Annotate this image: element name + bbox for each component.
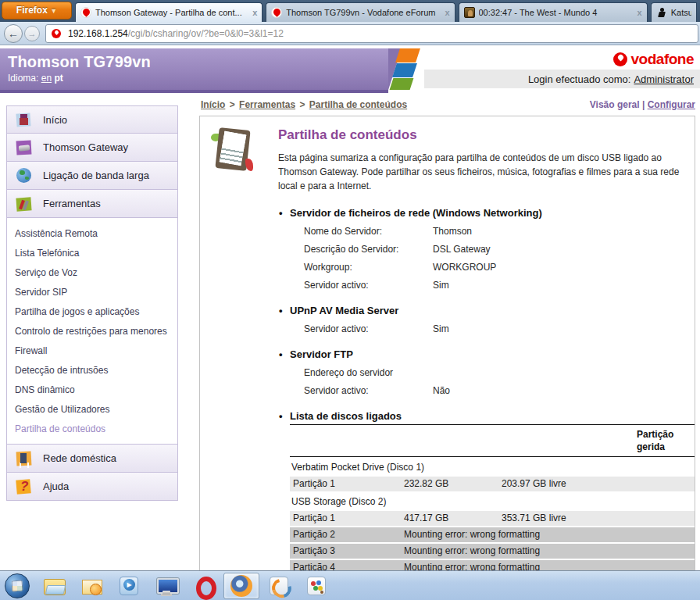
taskbar-app-button[interactable] [261,573,297,599]
sidebar-item-label: Ferramentas [43,198,101,209]
tab-close-icon[interactable]: x [252,8,257,17]
sidebar-sub-partilha-jogos[interactable]: Partilha de jogos e aplicações [15,302,177,322]
taskbar-explorer-button[interactable] [36,573,72,599]
sidebar-sub-servico-de-voz[interactable]: Serviço de Voz [15,263,177,283]
taskbar-remote-desktop-button[interactable] [148,573,184,599]
view-overview-current: Visão geral [590,99,640,110]
partition-error: Mounting error: wrong formatting [404,529,695,540]
sidebar-item-banda-larga[interactable]: Ligação de banda larga [6,162,178,190]
login-label: Login efectuado como: [528,73,631,85]
view-configure-link[interactable]: Configurar [648,99,695,110]
partition-name: Partição 3 [293,545,404,556]
language-switcher: Idioma: en pt [8,73,388,84]
partition-row[interactable]: Partição 1232.82 GB203.97 GB livre [290,477,695,491]
tab-the-west[interactable]: 00:32:47 - The West - Mundo 4 x [459,2,648,22]
taskbar-paint-button[interactable] [298,573,334,599]
sidebar-item-label: Thomson Gateway [43,141,128,153]
page-viewport: Thomson TG799vn Idioma: en pt vodafone L… [0,46,700,570]
navigation-bar: ← → 192.168.1.254/cgi/b/csharing/ov/?be=… [0,22,700,45]
tab-gateway[interactable]: Thomson Gateway - Partilha de cont... x [75,2,262,22]
forward-button[interactable]: → [24,26,40,41]
breadcrumb-partilha[interactable]: Partilha de conteúdos [309,99,407,110]
taskbar-outlook-button[interactable] [73,573,109,599]
managed-partition-column: Partição gerida [637,429,691,453]
sidebar-item-inicio[interactable]: Início [6,105,178,134]
content-sharing-icon [211,127,256,173]
partition-name: Partição 4 [293,562,404,570]
language-label: Idioma: [8,73,38,84]
partition-error-row: Partição 3Mounting error: wrong formatti… [290,544,695,559]
url-bar[interactable]: 192.168.1.254/cgi/b/csharing/ov/?be=0&l0… [45,24,698,43]
page-title: Partilha de conteúdos [278,127,695,143]
connected-disks-table: •Lista de discos ligados Partição gerida… [290,410,695,570]
firefox-menu-button[interactable]: Firefox ▼ [2,2,72,20]
partition-row[interactable]: Partição 1417.17 GB353.71 GB livre [290,511,695,526]
remote-desktop-icon [155,575,177,597]
partition-size: 232.82 GB [404,478,502,489]
paint-icon [305,575,327,597]
sidebar-sub-controlo-restricoes[interactable]: Controlo de restrições para menores [15,322,177,341]
vodafone-favicon-icon [271,7,282,18]
sidebar-item-ferramentas[interactable]: Ferramentas [6,190,178,218]
sidebar: Início Thomson Gateway Ligação de banda … [6,105,178,501]
taskbar-opera-button[interactable] [186,573,222,599]
site-header: Thomson TG799vn Idioma: en pt vodafone L… [0,48,700,93]
tab-katsu[interactable]: Katsu [651,2,697,22]
main-content: Início > Ferramentas > Partilha de conte… [199,99,695,570]
field-label: Nome do Servidor: [304,226,433,237]
vodafone-logo: vodafone [424,48,700,70]
sidebar-sub-dns-dinamico[interactable]: DNS dinâmico [15,380,177,400]
tab-title: Thomson TG799vn - Vodafone eForum [286,8,440,17]
partition-name: Partição 1 [293,512,404,523]
administrator-link[interactable]: Administrator [634,73,694,85]
bullet-icon: • [279,348,290,360]
field-value: DSL Gateway [433,244,491,255]
tab-close-icon[interactable]: x [638,8,642,17]
field-label: Servidor activo: [304,323,433,334]
tab-strip: Firefox ▼ Thomson Gateway - Partilha de … [0,0,700,22]
disk-name: Verbatim Pocket Drive (Disco 1) [291,462,695,473]
game-favicon-icon [464,7,475,18]
language-en-link[interactable]: en [41,73,52,84]
section-heading: Servidor de ficheiros de rede (Windows N… [290,207,542,219]
tab-title: 00:32:47 - The West - Mundo 4 [479,8,633,17]
section-ftp: •Servidor FTP Endereço do servidor Servi… [290,348,695,396]
breadcrumb-inicio[interactable]: Início [201,99,225,110]
back-button[interactable]: ← [4,24,23,43]
sidebar-sub-assistencia-remota[interactable]: Assistência Remota [15,224,177,244]
sidebar-sub-deteccao-intrusoes[interactable]: Detecção de intrusões [15,361,177,380]
disk-group-row: USB Storage (Disco 2) [290,495,695,509]
breadcrumb-ferramentas[interactable]: Ferramentas [239,99,295,110]
sidebar-submenu: Assistência Remota Lista Telefónica Serv… [6,218,178,445]
explorer-icon [43,575,65,597]
taskbar-media-player-button[interactable] [111,573,147,599]
sidebar-sub-servidor-sip[interactable]: Servidor SIP [15,283,177,302]
tab-eforum[interactable]: Thomson TG799vn - Vodafone eForum x [266,2,455,22]
sidebar-sub-gestao-utilizadores[interactable]: Gestão de Utilizadores [15,400,177,420]
partition-name: Partição 2 [293,529,404,540]
sidebar-item-label: Ligação de banda larga [43,170,149,181]
sidebar-sub-partilha-conteudos-current[interactable]: Partilha de conteúdos [15,420,177,439]
section-heading: Servidor FTP [290,348,353,360]
tab-close-icon[interactable]: x [445,8,449,17]
field-value: Não [433,385,450,396]
language-pt-current: pt [54,73,62,84]
start-button[interactable] [5,573,30,598]
opera-icon [193,575,215,597]
network-icon [15,449,34,468]
sidebar-item-thomson-gateway[interactable]: Thomson Gateway [6,134,178,162]
device-title: Thomson TG799vn [8,53,388,71]
header-brand-panel: Thomson TG799vn Idioma: en pt [0,48,388,93]
sidebar-sub-lista-telefonica[interactable]: Lista Telefónica [15,244,177,263]
page-description: Esta página sumariza a configuração para… [278,151,696,193]
sidebar-item-ajuda[interactable]: Ajuda [6,473,178,501]
sidebar-sub-firewall[interactable]: Firewall [15,341,177,361]
sidebar-item-rede-domestica[interactable]: Rede doméstica [6,445,178,473]
vodafone-favicon-icon [80,7,91,18]
login-status: Login efectuado como: Administrator [424,70,700,88]
vodafone-mark-icon [612,52,628,67]
media-player-icon [118,575,140,597]
field-label: Servidor activo: [304,385,433,396]
section-upnp: •UPnP AV Media Server Servidor activo:Si… [290,305,695,334]
taskbar-firefox-button[interactable] [223,573,259,599]
